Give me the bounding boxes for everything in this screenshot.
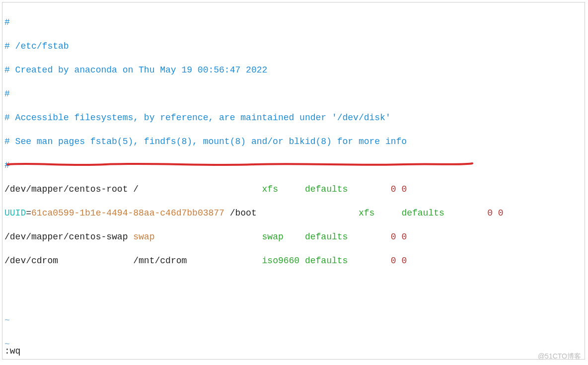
- comment-line: # /etc/fstab: [4, 40, 583, 52]
- comment-line: #: [4, 16, 583, 28]
- comment-line: # Created by anaconda on Thu May 19 00:5…: [4, 64, 583, 76]
- fstab-entry-root: /dev/mapper/centos-root / xfs defaults 0…: [4, 183, 583, 195]
- comment-line: # Accessible filesystems, by reference, …: [4, 112, 583, 124]
- empty-line-tilde: ~: [4, 314, 583, 326]
- fstab-entry-swap: /dev/mapper/centos-swap swap swap defaul…: [4, 231, 583, 243]
- comment-line: #: [4, 159, 583, 171]
- vim-command-line[interactable]: :wq: [4, 345, 20, 357]
- empty-line-tilde: ~: [4, 362, 583, 365]
- watermark: @51CTO博客: [538, 350, 581, 362]
- comment-line: #: [4, 88, 583, 100]
- empty-line-tilde: ~: [4, 338, 583, 350]
- vim-editor[interactable]: # # /etc/fstab # Created by anaconda on …: [2, 2, 585, 360]
- comment-line: # See man pages fstab(5), findfs(8), mou…: [4, 136, 583, 147]
- fstab-entry-boot: UUID=61ca0599-1b1e-4494-88aa-c46d7bb0387…: [4, 207, 583, 219]
- fstab-entry-cdrom: /dev/cdrom /mnt/cdrom iso9660 defaults 0…: [4, 255, 583, 267]
